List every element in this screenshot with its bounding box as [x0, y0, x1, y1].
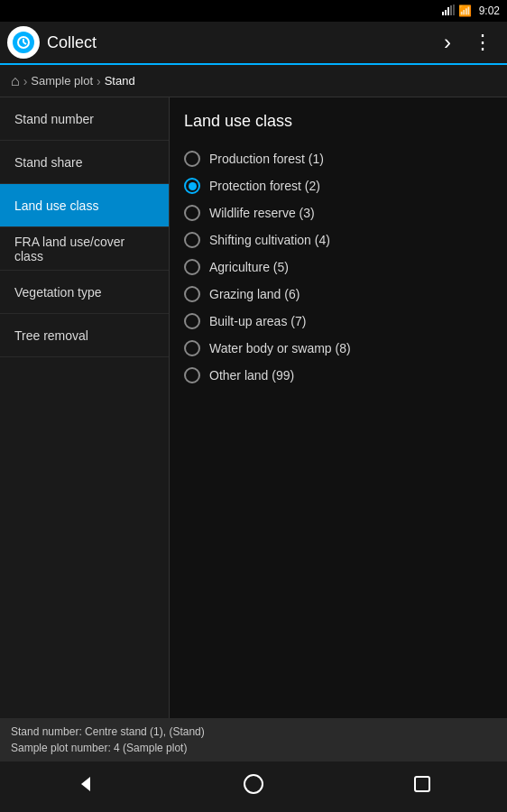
radio-option-protection-forest[interactable]: Protection forest (2) [184, 172, 493, 199]
radio-option-other-land[interactable]: Other land (99) [184, 362, 493, 389]
app-logo [7, 26, 40, 59]
radio-circle-shifting-cultivation [184, 232, 200, 248]
radio-label-agriculture: Agriculture (5) [209, 260, 289, 274]
sidebar-item-stand-share[interactable]: Stand share [0, 141, 169, 184]
sidebar-item-fra-land-use-label: FRA land use/cover class [14, 235, 154, 263]
signal-icon [442, 5, 455, 17]
recents-button[interactable] [390, 766, 455, 807]
app-logo-inner [13, 32, 34, 53]
breadcrumb-stand: Stand [105, 74, 135, 88]
radio-option-wildlife-reserve[interactable]: Wildlife reserve (3) [184, 199, 493, 226]
radio-option-production-forest[interactable]: Production forest (1) [184, 145, 493, 172]
svg-marker-8 [81, 777, 90, 791]
status-icons: 📶 9:02 [442, 5, 500, 17]
sidebar-item-stand-number[interactable]: Stand number [0, 97, 169, 141]
sidebar-item-stand-share-label: Stand share [14, 155, 83, 170]
radio-circle-production-forest [184, 151, 200, 167]
radio-option-shifting-cultivation[interactable]: Shifting cultivation (4) [184, 226, 493, 254]
radio-option-grazing-land[interactable]: Grazing land (6) [184, 281, 493, 308]
svg-rect-2 [447, 7, 449, 15]
app-bar-actions: › ⋮ [437, 26, 500, 59]
radio-label-other-land: Other land (99) [209, 368, 294, 383]
radio-label-wildlife-reserve: Wildlife reserve (3) [209, 206, 315, 220]
app-title: Collect [47, 33, 437, 52]
radio-option-built-up-areas[interactable]: Built-up areas (7) [184, 308, 493, 335]
back-button[interactable] [52, 766, 117, 807]
radio-circle-agriculture [184, 259, 200, 275]
breadcrumb-home-icon[interactable]: ⌂ [11, 73, 20, 89]
radio-label-water-body: Water body or swamp (8) [209, 341, 351, 355]
breadcrumb-sample-plot[interactable]: Sample plot [31, 74, 93, 88]
svg-point-9 [244, 775, 263, 793]
svg-line-7 [23, 42, 26, 44]
svg-rect-4 [453, 5, 455, 15]
svg-rect-3 [450, 5, 452, 15]
radio-circle-built-up-areas [184, 313, 200, 329]
sidebar-item-tree-removal[interactable]: Tree removal [0, 314, 169, 357]
bottom-status-line2: Sample plot number: 4 (Sample plot) [11, 740, 496, 756]
radio-label-protection-forest: Protection forest (2) [209, 179, 320, 193]
home-button[interactable] [221, 766, 286, 807]
content-title: Land use class [184, 112, 493, 131]
bottom-status-line1: Stand number: Centre stand (1), (Stand) [11, 724, 496, 740]
svg-rect-1 [445, 10, 447, 15]
wifi-icon: 📶 [458, 5, 472, 17]
sidebar-item-land-use-class-label: Land use class [14, 198, 98, 213]
breadcrumb: ⌂ › Sample plot › Stand [0, 65, 507, 97]
radio-option-agriculture[interactable]: Agriculture (5) [184, 254, 493, 281]
sidebar-item-vegetation-type-label: Vegetation type [14, 285, 102, 300]
bottom-status: Stand number: Centre stand (1), (Stand) … [0, 718, 507, 761]
radio-label-built-up-areas: Built-up areas (7) [209, 314, 306, 328]
radio-label-grazing-land: Grazing land (6) [209, 287, 300, 301]
content-area: Land use class Production forest (1) Pro… [170, 97, 507, 718]
sidebar-item-land-use-class[interactable]: Land use class [0, 184, 169, 227]
main-layout: Stand number Stand share Land use class … [0, 97, 507, 718]
radio-circle-wildlife-reserve [184, 205, 200, 221]
nav-bar [0, 761, 507, 812]
breadcrumb-sep-2: › [97, 74, 101, 88]
radio-label-production-forest: Production forest (1) [209, 152, 324, 166]
radio-label-shifting-cultivation: Shifting cultivation (4) [209, 233, 330, 247]
status-bar: 📶 9:02 [0, 0, 507, 22]
radio-circle-grazing-land [184, 286, 200, 302]
sidebar-item-tree-removal-label: Tree removal [14, 328, 88, 343]
breadcrumb-sep-1: › [23, 74, 28, 88]
radio-circle-water-body [184, 340, 200, 356]
radio-circle-protection-forest [184, 178, 200, 194]
app-bar: Collect › ⋮ [0, 22, 507, 65]
overflow-menu-button[interactable]: ⋮ [466, 27, 500, 58]
sidebar-item-stand-number-label: Stand number [14, 112, 94, 126]
time-display: 9:02 [479, 5, 500, 17]
sidebar-item-vegetation-type[interactable]: Vegetation type [0, 271, 169, 314]
next-button[interactable]: › [437, 26, 458, 59]
svg-rect-10 [415, 777, 429, 791]
radio-option-water-body[interactable]: Water body or swamp (8) [184, 335, 493, 362]
sidebar: Stand number Stand share Land use class … [0, 97, 170, 718]
svg-rect-0 [442, 12, 444, 15]
radio-circle-other-land [184, 367, 200, 383]
sidebar-item-fra-land-use[interactable]: FRA land use/cover class [0, 227, 169, 271]
